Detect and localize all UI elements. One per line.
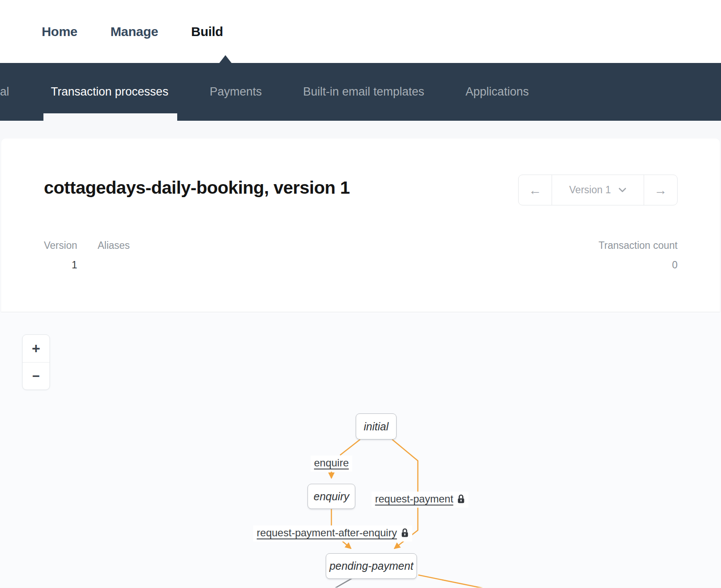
tab-general-clipped[interactable]: al — [0, 63, 9, 121]
edge-initial-to-enquire — [340, 439, 360, 455]
version-dropdown-value: Version 1 — [569, 184, 611, 196]
state-node-enquiry: enquiry — [308, 484, 355, 509]
minus-icon: − — [32, 369, 40, 383]
tab-payments[interactable]: Payments — [210, 63, 262, 121]
stat-version-header: Version — [44, 240, 77, 251]
next-version-button[interactable]: → — [644, 175, 677, 205]
page-body: cottagedays-daily-booking, version 1 ← V… — [0, 139, 721, 588]
stat-aliases-header: Aliases — [98, 240, 130, 251]
lock-icon — [457, 494, 465, 504]
edge-pending-payment-exit-orange — [418, 575, 486, 588]
stat-transaction-count: Transaction count 0 — [599, 240, 678, 271]
transition-label: request-payment-after-enquiry — [257, 527, 397, 539]
zoom-in-button[interactable]: + — [23, 335, 50, 362]
zoom-out-button[interactable]: − — [23, 362, 50, 390]
stat-version: Version 1 — [44, 240, 77, 271]
state-node-pending-payment: pending-payment — [326, 553, 417, 579]
stat-version-value: 1 — [44, 259, 77, 271]
transition-link-request-payment[interactable]: request-payment — [371, 492, 468, 508]
active-nav-pointer-icon — [219, 55, 232, 63]
previous-version-button[interactable]: ← — [519, 175, 552, 205]
page-title: cottagedays-daily-booking, version 1 — [44, 178, 350, 198]
nav-build[interactable]: Build — [191, 24, 223, 39]
zoom-controls: + − — [22, 334, 50, 390]
nav-manage[interactable]: Manage — [110, 24, 158, 39]
tab-transaction-processes[interactable]: Transaction processes — [51, 63, 169, 121]
chevron-down-icon — [618, 188, 626, 192]
tab-label: Transaction processes — [51, 85, 169, 99]
arrow-right-icon: → — [654, 183, 667, 198]
state-label: initial — [364, 420, 389, 433]
version-stats-row: Version 1 Aliases Transaction count 0 — [44, 240, 678, 271]
plus-icon: + — [32, 340, 40, 357]
state-label: enquiry — [314, 490, 349, 503]
process-header-card: cottagedays-daily-booking, version 1 ← V… — [1, 139, 720, 312]
state-node-initial: initial — [356, 413, 397, 439]
diagram-edges — [0, 312, 721, 588]
transition-label: request-payment — [375, 493, 453, 505]
transition-link-request-payment-after-enquiry[interactable]: request-payment-after-enquiry — [253, 525, 412, 542]
transition-link-enquire[interactable]: enquire — [311, 456, 352, 472]
transition-label: enquire — [314, 457, 349, 469]
arrow-left-icon: ← — [529, 183, 542, 198]
tab-applications[interactable]: Applications — [466, 63, 529, 121]
lock-icon — [401, 528, 409, 538]
tab-label: Payments — [210, 85, 262, 99]
version-dropdown[interactable]: Version 1 — [552, 175, 644, 205]
stat-aliases: Aliases — [98, 240, 130, 271]
edge-pending-payment-exit-gray — [334, 578, 352, 588]
stats-spacer — [130, 240, 599, 271]
stat-transaction-count-value: 0 — [599, 259, 678, 271]
process-diagram-canvas: + − initial enquiry pending-payment enqu… — [0, 312, 721, 588]
nav-home[interactable]: Home — [42, 24, 77, 39]
stat-transaction-count-header: Transaction count — [599, 240, 678, 251]
tab-built-in-email-templates[interactable]: Built-in email templates — [303, 63, 424, 121]
tab-label: Built-in email templates — [303, 85, 424, 99]
state-label: pending-payment — [329, 560, 413, 572]
top-navigation: Home Manage Build — [0, 0, 721, 63]
tab-label: al — [0, 85, 9, 99]
tab-label: Applications — [466, 85, 529, 99]
version-selector: ← Version 1 → — [518, 175, 678, 205]
build-sub-navigation: al Transaction processes Payments Built-… — [0, 63, 721, 121]
